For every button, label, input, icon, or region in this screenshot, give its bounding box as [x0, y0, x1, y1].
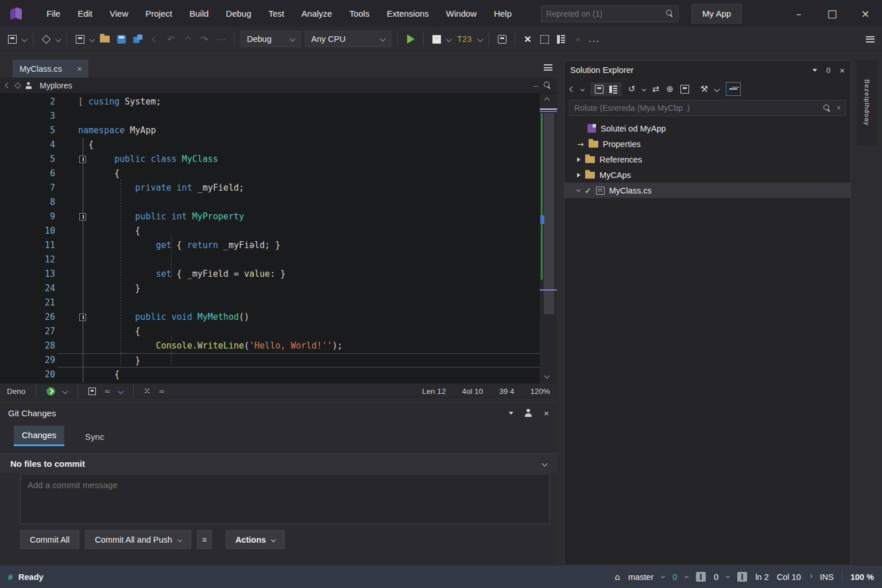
tree-item-properties[interactable]: →Properties [564, 136, 850, 152]
up-icon[interactable] [181, 32, 194, 47]
track-changes-icon[interactable]: ⁙ [144, 386, 150, 396]
pending-changes-count[interactable]: 0 [672, 572, 677, 582]
fold-marker-icon[interactable] [79, 314, 86, 321]
add-item-icon[interactable] [74, 32, 86, 47]
section-collapse-icon[interactable] [542, 461, 548, 466]
commit-push-dropdown-icon[interactable] [177, 537, 182, 541]
scroll-down-icon[interactable] [544, 373, 550, 379]
switch-views-icon[interactable]: ↺ [628, 84, 636, 94]
back-dropdown-icon[interactable] [581, 87, 585, 91]
hot-reload-icon[interactable] [430, 32, 443, 47]
menu-debug[interactable]: Debug [217, 0, 260, 27]
menu-analyze[interactable]: Analyze [293, 0, 341, 27]
pending-dropdown-icon[interactable] [684, 574, 688, 578]
fold-marker-icon[interactable] [79, 213, 86, 220]
counter-dropdown-icon[interactable] [478, 36, 483, 42]
breakpoints-icon[interactable]: ✕ [521, 32, 534, 47]
git-section-header[interactable]: No files to commit [0, 453, 557, 474]
actions-button[interactable]: Actions [226, 530, 285, 549]
more-history-icon[interactable]: ⋯ [215, 32, 227, 47]
tree-item-solutei-od-myapp[interactable]: Solutei od MyApp [564, 121, 850, 136]
line-indicator[interactable]: ln 2 [755, 572, 768, 582]
menu-file[interactable]: File [38, 0, 69, 27]
panel-close-icon[interactable]: × [840, 65, 845, 75]
pending-view-icon[interactable] [609, 86, 617, 93]
solution-search-clear-icon[interactable]: × [837, 104, 841, 112]
editor-zoom-indicator[interactable]: 120% [530, 387, 550, 396]
health-indicator-icon[interactable] [47, 387, 55, 396]
toolbar-overflow[interactable]: ... [588, 32, 601, 47]
menu-tools[interactable]: Tools [341, 0, 378, 27]
tree-expander-icon[interactable] [577, 157, 581, 162]
commit-options-icon[interactable]: ≡ [197, 530, 212, 549]
toolbar-options-icon[interactable] [864, 32, 876, 47]
tab-sync[interactable]: Sync [77, 427, 112, 446]
back-navigation-icon[interactable] [5, 83, 11, 88]
add-item-dropdown-icon[interactable] [90, 36, 95, 42]
editor-search-icon[interactable] [544, 82, 551, 89]
new-project-icon[interactable] [6, 32, 18, 47]
counter-label[interactable]: T23 [455, 32, 474, 47]
expand-icon[interactable] [118, 388, 123, 394]
commit-message-input[interactable] [21, 474, 550, 524]
tree-item-mycaps[interactable]: MyCAps [564, 167, 850, 183]
home-icon[interactable]: ⌂ [614, 572, 620, 582]
column-indicator[interactable]: Col 10 [777, 572, 801, 582]
scroll-up-icon[interactable] [544, 98, 550, 103]
editor-mode-label[interactable]: Deno [7, 387, 25, 396]
scrollbar-thumb[interactable] [544, 113, 554, 314]
sync-with-active-icon[interactable]: ⇄ [652, 84, 660, 94]
attach-icon[interactable] [496, 32, 508, 47]
selection-icon[interactable] [538, 32, 551, 47]
menu-build[interactable]: Build [181, 0, 217, 27]
menu-edit[interactable]: Edit [69, 0, 101, 27]
tree-expander-icon[interactable] [577, 173, 581, 177]
zoom-indicator[interactable]: 100 % [850, 572, 874, 582]
editor-line-indicator[interactable]: Len 12 [422, 387, 446, 396]
whitespace-icon[interactable]: ≂ [158, 386, 165, 396]
insert-mode-indicator[interactable]: INS [820, 572, 834, 582]
tab-myclass[interactable]: MyClass.cs × [13, 60, 88, 78]
editor-col-indicator[interactable]: 4ol 10 [462, 387, 483, 396]
redo-icon[interactable]: ↷ [198, 32, 211, 47]
quick-search-box[interactable] [541, 5, 679, 22]
undo-icon[interactable]: ↶ [165, 32, 177, 47]
tools-dropdown-icon[interactable] [714, 86, 720, 92]
open-folder-icon[interactable] [98, 32, 111, 47]
save-icon[interactable] [115, 32, 127, 47]
fold-marker-icon[interactable] [79, 156, 86, 163]
health-dropdown-icon[interactable] [63, 388, 68, 394]
tab-close-icon[interactable]: × [77, 64, 82, 74]
unpushed-commits-icon[interactable] [696, 572, 706, 582]
back-icon[interactable] [570, 86, 575, 92]
git-account-icon[interactable] [525, 409, 532, 417]
close-button[interactable]: × [849, 0, 882, 27]
lines-toggle-icon[interactable]: ≂ [104, 386, 110, 396]
side-tab[interactable]: Bezeiplhdoay [857, 60, 877, 146]
commits-dropdown-icon[interactable] [726, 574, 730, 578]
editor-scrollbar[interactable] [540, 94, 557, 384]
branch-dropdown-icon[interactable] [661, 574, 665, 578]
menu-extensions[interactable]: Extensions [378, 0, 437, 27]
solution-search-input[interactable] [574, 103, 818, 113]
properties-wrench-icon[interactable]: ⚒ [701, 84, 708, 94]
preview-selected-icon[interactable] [726, 82, 741, 96]
unpushed-commits-count[interactable]: 0 [714, 572, 718, 582]
hot-reload-dropdown-icon[interactable] [446, 36, 452, 42]
switch-views-dropdown-icon[interactable] [642, 87, 646, 91]
menu-test[interactable]: Test [260, 0, 293, 27]
panel-dropdown-icon[interactable] [813, 69, 817, 72]
menu-window[interactable]: Window [438, 0, 485, 27]
start-debug-icon[interactable] [404, 32, 417, 47]
solution-search-icon[interactable] [823, 105, 831, 112]
commit-all-button[interactable]: Commit All [20, 530, 79, 549]
navigate-dropdown-icon[interactable] [56, 36, 61, 42]
configuration-dropdown[interactable]: Debug [241, 31, 301, 47]
editor-char-indicator[interactable]: 39 4 [499, 387, 514, 396]
save-all-icon[interactable] [131, 32, 144, 47]
tree-item-myclass-cs[interactable]: ✓MyClass.cs [564, 183, 850, 198]
refresh-icon[interactable]: ⊕ [666, 84, 674, 94]
git-panel-close-icon[interactable]: × [544, 408, 549, 418]
new-project-dropdown-icon[interactable] [22, 36, 28, 42]
menu-help[interactable]: Help [485, 0, 520, 27]
